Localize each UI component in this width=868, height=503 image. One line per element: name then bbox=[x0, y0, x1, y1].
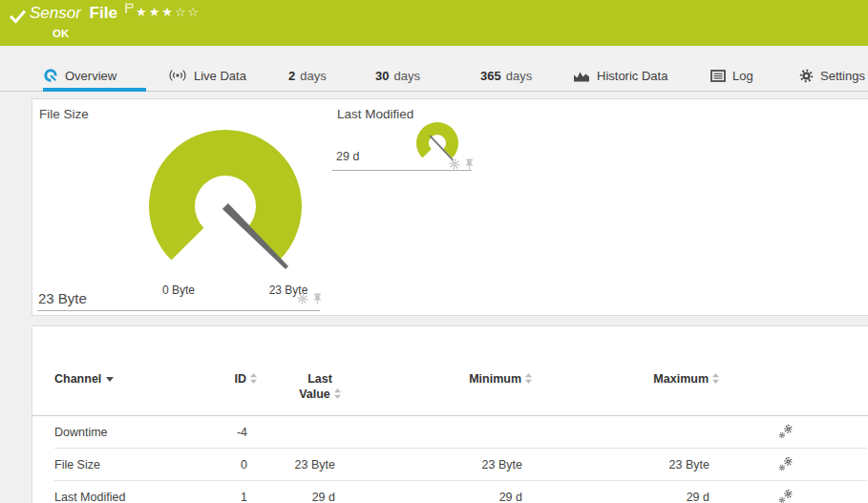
check-ok-icon bbox=[9, 9, 28, 24]
column-header-id[interactable]: ID bbox=[182, 371, 257, 387]
gear-icon bbox=[799, 69, 814, 83]
tab-label: days bbox=[393, 69, 419, 83]
tab-overview[interactable]: Overview bbox=[43, 61, 116, 90]
tab-30-days[interactable]: 30 days bbox=[375, 61, 420, 90]
channel-name: File Size bbox=[54, 458, 182, 472]
prtg-sensor-page: Sensor File ★★★☆☆ OK Overview bbox=[0, 0, 868, 503]
channel-last-value: 29 d bbox=[257, 491, 345, 503]
caret-down-icon bbox=[106, 377, 114, 382]
gauge-icon bbox=[43, 68, 58, 83]
broadcast-icon bbox=[168, 69, 187, 82]
last-modified-gauge-controls bbox=[449, 158, 475, 170]
gauge-underline bbox=[37, 310, 320, 311]
tab-label: Historic Data bbox=[597, 69, 667, 83]
pin-icon[interactable] bbox=[464, 158, 475, 170]
tab-label: Live Data bbox=[194, 69, 246, 83]
table-row-last-modified: Last Modified 1 29 d 29 d 29 d bbox=[54, 481, 867, 503]
sensor-title-prefix: Sensor bbox=[30, 4, 81, 22]
channel-maximum: 29 d bbox=[532, 491, 719, 503]
sensor-title-name: File bbox=[90, 4, 117, 22]
gauges-panel: File Size 0 Byte 23 Byte 23 Byte Last Mo… bbox=[32, 98, 868, 316]
tab-number: 365 bbox=[480, 69, 501, 83]
column-header-last-value[interactable]: Last Value bbox=[257, 371, 345, 402]
file-size-gauge-controls bbox=[297, 293, 323, 304]
channel-id: 0 bbox=[182, 458, 257, 472]
pin-icon[interactable] bbox=[312, 293, 323, 304]
tab-live-data[interactable]: Live Data bbox=[168, 61, 246, 90]
tab-label: days bbox=[506, 69, 532, 83]
channel-settings-gears-icon[interactable] bbox=[778, 424, 794, 440]
gauge-underline bbox=[332, 170, 472, 171]
table-row-file-size: File Size 0 23 Byte 23 Byte 23 Byte bbox=[54, 449, 867, 481]
tab-label: Settings bbox=[820, 69, 865, 83]
channel-minimum: 23 Byte bbox=[345, 458, 532, 472]
last-modified-current-value: 29 d bbox=[336, 150, 359, 163]
tab-365-days[interactable]: 365 days bbox=[480, 61, 532, 90]
tab-label: Overview bbox=[65, 69, 116, 83]
column-header-maximum[interactable]: Maximum bbox=[532, 371, 719, 387]
tab-label: Log bbox=[732, 69, 753, 83]
sort-updown-icon bbox=[334, 388, 341, 399]
tab-settings[interactable]: Settings bbox=[799, 61, 865, 90]
list-icon bbox=[710, 70, 726, 82]
channel-settings-gears-icon[interactable] bbox=[778, 456, 794, 472]
column-header-minimum[interactable]: Minimum bbox=[345, 371, 532, 387]
channel-id: 1 bbox=[182, 491, 257, 503]
active-tab-underline bbox=[43, 88, 146, 92]
sensor-title: Sensor File bbox=[30, 4, 134, 23]
channel-maximum: 23 Byte bbox=[532, 458, 719, 472]
table-header-row: Channel ID Last Value Minimum Maximum bbox=[32, 326, 868, 402]
channel-name: Last Modified bbox=[54, 491, 182, 503]
sort-updown-icon bbox=[712, 373, 719, 384]
channel-table-panel: Channel ID Last Value Minimum Maximum Do… bbox=[32, 325, 868, 503]
table-row-downtime: Downtime -4 bbox=[54, 416, 867, 449]
tab-log[interactable]: Log bbox=[710, 61, 753, 90]
status-badge: OK bbox=[53, 28, 69, 39]
tab-number: 30 bbox=[375, 69, 389, 83]
channel-name: Downtime bbox=[54, 426, 182, 439]
tab-historic-data[interactable]: Historic Data bbox=[573, 61, 667, 90]
file-size-gauge bbox=[130, 111, 321, 302]
tab-number: 2 bbox=[288, 69, 295, 83]
channel-id: -4 bbox=[182, 426, 257, 439]
area-chart-icon bbox=[573, 70, 590, 82]
gauge-scale-min: 0 Byte bbox=[140, 283, 217, 297]
channel-minimum: 29 d bbox=[345, 491, 532, 503]
priority-stars[interactable]: ★★★☆☆ bbox=[136, 5, 201, 19]
sort-updown-icon bbox=[525, 373, 532, 384]
channel-last-value: 23 Byte bbox=[257, 458, 345, 472]
tab-bar: Overview Live Data 2 days 30 days 365 da… bbox=[0, 46, 868, 92]
gear-icon[interactable] bbox=[297, 293, 308, 304]
sensor-status-header: Sensor File ★★★☆☆ OK bbox=[0, 0, 868, 46]
column-header-channel[interactable]: Channel bbox=[54, 371, 182, 387]
gauge-title-file-size: File Size bbox=[39, 107, 89, 121]
gauge-title-last-modified: Last Modified bbox=[337, 107, 413, 121]
gear-icon[interactable] bbox=[449, 158, 460, 170]
channel-settings-gears-icon[interactable] bbox=[778, 489, 794, 503]
sort-updown-icon bbox=[250, 373, 257, 384]
tab-2-days[interactable]: 2 days bbox=[288, 61, 327, 90]
file-size-current-value: 23 Byte bbox=[38, 290, 87, 306]
flag-icon[interactable] bbox=[125, 3, 134, 13]
tab-label: days bbox=[300, 69, 326, 83]
